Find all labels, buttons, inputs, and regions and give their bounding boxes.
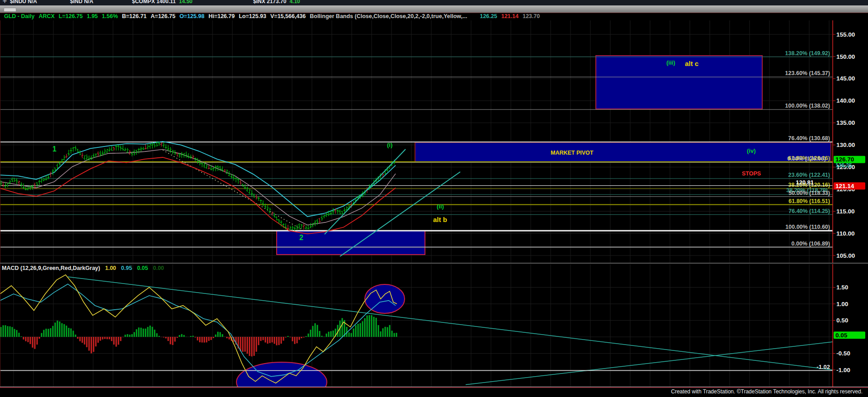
price-axis-tick[interactable]: 130.00 [836, 142, 855, 148]
price-axis-tick[interactable]: 115.00 [836, 208, 855, 215]
alt-c-box[interactable] [596, 56, 762, 109]
header-seg-6: A=126.75 [151, 13, 175, 19]
wave-annotation-ii: (ii) [437, 203, 444, 210]
macd-axis-tick[interactable]: 0.50 [836, 317, 848, 324]
header-seg-4: 1.56% [102, 13, 118, 19]
header-seg-2: L=126.75 [59, 13, 83, 19]
wave-annotation-iii: (iii) [666, 59, 675, 66]
macd-trendline-0 [68, 277, 833, 370]
fib-label-13: 0.00% (106.89) [792, 241, 830, 247]
wave-annotation-MARKETPIVOT: MARKET PIVOT [551, 150, 594, 156]
macd-axis-tick[interactable]: 1.50 [836, 284, 848, 291]
toolbar-strip[interactable] [0, 5, 868, 13]
fib-label-0: 138.20% (149.92) [785, 50, 830, 57]
drag-handle[interactable] [4, 8, 16, 12]
last-price-tag-text: 126.70 [835, 156, 854, 163]
macd-axis-tick[interactable]: -0.50 [836, 350, 850, 357]
macd-axis-tick[interactable]: 1.00 [836, 301, 848, 307]
ticker-item-compx[interactable]: $COMPX 1400.1114.50 [132, 0, 193, 5]
price-axis-tick[interactable]: 110.00 [836, 230, 855, 237]
header-seg-10: V=15,566,436 [270, 13, 306, 19]
fib-label-11: 76.40% (114.25) [788, 208, 830, 214]
macd-axis-tick[interactable]: -1.00 [836, 367, 850, 373]
macd-value-tag-text: 0.05 [835, 332, 848, 339]
band-value-label: 126.25 [835, 162, 852, 169]
macd-value-3: 0.00 [153, 265, 164, 271]
fib-label-5: 0.00% (126.06) [788, 156, 826, 162]
fib-label-3: 76.40% (130.68) [788, 135, 830, 142]
ticker-item-ind[interactable]: $IND N/A [70, 0, 96, 5]
header-seg-0: GLD - Daily [4, 13, 34, 19]
header-seg-9: Lo=125.93 [239, 13, 266, 19]
header-seg-11: Bollinger Bands (Close,Close,Close,20,2,… [310, 13, 467, 19]
wave-annotation-altb: alt b [433, 216, 447, 223]
header-seg-7: O=125.98 [179, 13, 204, 19]
macd-value-1: 0.95 [121, 265, 132, 271]
copyright-text: Created with TradeStation. ©TradeStation… [671, 388, 863, 395]
price-axis-tick[interactable]: 145.00 [836, 75, 855, 82]
macd-histogram [0, 315, 397, 356]
wave-annotation-iv: (iv) [747, 147, 756, 154]
macd-label-text: MACD (12,26,9,Green,Red,DarkGray) [2, 265, 100, 271]
price-axis-tick[interactable]: 140.00 [836, 97, 855, 104]
fib-label-2: 100.00% (138.02) [785, 103, 830, 109]
symbol-status-line: GLD - DailyARCXL=126.751.951.56%B=126.71… [0, 13, 868, 20]
header-seg-13: 121.14 [501, 13, 519, 19]
wave-annotation-1: 1 [52, 145, 57, 153]
price-axis-tick[interactable]: 135.00 [836, 119, 855, 126]
quote-ticker-bar: ✛ $INDU N/A $IND N/A $COMPX 1400.1114.50… [0, 0, 868, 5]
header-seg-8: Hi=126.79 [208, 13, 235, 19]
macd-value-2: 0.05 [137, 265, 148, 271]
macd-value-0: 1.00 [105, 265, 116, 271]
market-pivot-box[interactable] [415, 142, 831, 162]
price-axis-tick[interactable]: 150.00 [836, 53, 855, 60]
macd-peak-ellipse[interactable] [365, 284, 405, 313]
candlestick-series [0, 142, 396, 231]
plus-icon[interactable]: ✛ [3, 0, 7, 4]
fib-label-10: 61.80% (116.51) [788, 198, 830, 204]
header-seg-12: 126.25 [480, 13, 497, 19]
fib-label-6: 23.60% (122.41) [788, 172, 830, 178]
ticker-item-indu[interactable]: $INDU N/A [10, 0, 40, 5]
stops-price-label: 120.81 [796, 179, 814, 186]
fib-label-1: 123.60% (145.37) [785, 70, 830, 76]
fib-label-9: 50.00% (118.33) [788, 190, 830, 196]
bollinger-upper-line [0, 142, 396, 217]
macd-trough-ellipse[interactable] [236, 362, 327, 387]
macd-indicator-label: MACD (12,26,9,Green,Red,DarkGray)1.000.9… [2, 265, 169, 272]
header-seg-5: B=126.71 [122, 13, 147, 19]
macd-reference-label: -1.02 [816, 364, 830, 370]
price-axis-tick[interactable]: 155.00 [836, 31, 855, 38]
wave-annotation-2: 2 [299, 234, 303, 241]
price-axis-tick[interactable]: 105.00 [836, 252, 855, 259]
macd-chart-pane[interactable]: -1.021.501.000.50-0.50-1.000.05 [0, 264, 868, 387]
bid-price-tag-text: 121.14 [835, 183, 854, 189]
wave-annotation-i: (i) [387, 142, 392, 148]
fib-label-12: 100.00% (110.60) [785, 224, 830, 230]
header-seg-14: 123.70 [523, 13, 540, 19]
price-chart-pane[interactable]: 138.20% (149.92)123.60% (145.37)100.00% … [0, 20, 868, 263]
copyright-footer: Created with TradeStation. ©TradeStation… [0, 388, 868, 397]
wave-annotation-altc: alt c [685, 60, 698, 67]
pane-separator[interactable] [0, 263, 868, 264]
header-seg-3: 1.95 [87, 13, 98, 19]
ticker-item-inx[interactable]: $INX 2173.704.10 [253, 0, 300, 5]
wave-annotation-STOPS: STOPS [742, 170, 761, 177]
header-seg-1: ARCX [38, 13, 54, 19]
